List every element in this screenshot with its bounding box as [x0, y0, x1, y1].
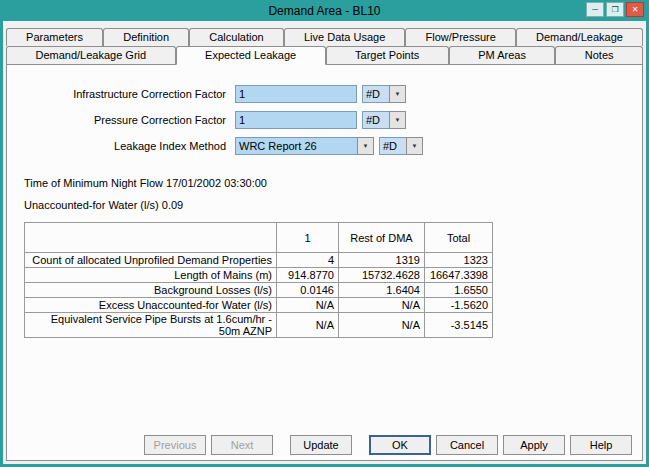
infrastructure-correction-row: Infrastructure Correction Factor #D ▼	[7, 85, 642, 103]
row-label: Length of Mains (m)	[25, 268, 277, 283]
cell-value: 16647.3398	[425, 268, 493, 283]
tab-definition[interactable]: Definition	[103, 28, 189, 46]
cell-value: 1319	[339, 253, 425, 268]
night-flow-label: Time of Minimum Night Flow	[24, 177, 163, 189]
column-header-total: Total	[425, 223, 493, 253]
cell-value: N/A	[339, 298, 425, 313]
close-icon: ✕	[632, 5, 639, 14]
chevron-down-icon[interactable]: ▼	[357, 137, 374, 155]
leakage-index-method-row: Leakage Index Method WRC Report 26 ▼ #D …	[7, 137, 642, 155]
update-button[interactable]: Update	[290, 435, 352, 455]
unaccounted-water-line: Unaccounted-for Water (l/s) 0.09	[24, 199, 642, 212]
dialog-window: Demand Area - BL10 ─ ❒ ✕ Parameters Defi…	[0, 0, 649, 467]
row-label: Excess Unaccounted-for Water (l/s)	[25, 298, 277, 313]
cell-value: 914.8770	[277, 268, 339, 283]
cell-value: 15732.4628	[339, 268, 425, 283]
tab-row-2: Demand/Leakage Grid Expected Leakage Tar…	[6, 46, 643, 64]
row-label: Count of allocated Unprofiled Demand Pro…	[25, 253, 277, 268]
pressure-flag-combo[interactable]: #D ▼	[362, 111, 406, 129]
tab-pm-areas[interactable]: PM Areas	[449, 46, 556, 64]
pressure-correction-input[interactable]	[235, 111, 357, 129]
titlebar[interactable]: Demand Area - BL10 ─ ❒ ✕	[3, 0, 646, 21]
unaccounted-water-label: Unaccounted-for Water (l/s)	[24, 199, 159, 211]
column-header-rest-of-dma: Rest of DMA	[339, 223, 425, 253]
cell-value: 0.0146	[277, 283, 339, 298]
window-title: Demand Area - BL10	[3, 4, 646, 18]
column-header-blank	[25, 223, 277, 253]
cancel-button[interactable]: Cancel	[436, 435, 498, 455]
tab-strip: Parameters Definition Calculation Live D…	[3, 21, 646, 64]
unaccounted-water-value: 0.09	[162, 199, 183, 211]
night-flow-line: Time of Minimum Night Flow 17/01/2002 03…	[24, 177, 642, 190]
tab-expected-leakage[interactable]: Expected Leakage	[176, 46, 326, 65]
chevron-down-icon[interactable]: ▼	[389, 111, 406, 129]
pressure-flag-value: #D	[362, 111, 389, 129]
info-block: Time of Minimum Night Flow 17/01/2002 03…	[7, 177, 642, 212]
tab-calculation[interactable]: Calculation	[189, 28, 284, 46]
table-row: Equivalent Service Pipe Bursts at 1.6cum…	[25, 313, 493, 338]
cell-value: 1.6404	[339, 283, 425, 298]
pressure-correction-label: Pressure Correction Factor	[7, 114, 235, 126]
table-row: Length of Mains (m) 914.8770 15732.4628 …	[25, 268, 493, 283]
minimize-icon: ─	[592, 5, 598, 14]
tab-notes[interactable]: Notes	[555, 46, 643, 64]
tab-demand-leakage[interactable]: Demand/Leakage	[516, 28, 643, 46]
close-button[interactable]: ✕	[626, 2, 644, 17]
table-row: Background Losses (l/s) 0.0146 1.6404 1.…	[25, 283, 493, 298]
chevron-down-icon[interactable]: ▼	[406, 137, 423, 155]
leakage-index-flag-value: #D	[379, 137, 406, 155]
chevron-down-icon[interactable]: ▼	[389, 85, 406, 103]
cell-value: -3.5145	[425, 313, 493, 338]
column-header-1: 1	[277, 223, 339, 253]
row-label: Background Losses (l/s)	[25, 283, 277, 298]
row-label: Equivalent Service Pipe Bursts at 1.6cum…	[25, 313, 277, 338]
infrastructure-correction-label: Infrastructure Correction Factor	[7, 88, 235, 100]
leakage-results-table: 1 Rest of DMA Total Count of allocated U…	[24, 222, 493, 338]
tab-target-points[interactable]: Target Points	[326, 46, 449, 64]
next-button: Next	[211, 435, 273, 455]
tab-parameters[interactable]: Parameters	[6, 28, 103, 46]
leakage-index-flag-combo[interactable]: #D ▼	[379, 137, 423, 155]
apply-button[interactable]: Apply	[503, 435, 565, 455]
window-controls: ─ ❒ ✕	[586, 2, 644, 17]
leakage-index-method-combo[interactable]: WRC Report 26 ▼	[235, 137, 374, 155]
infrastructure-flag-value: #D	[362, 85, 389, 103]
ok-button[interactable]: OK	[369, 435, 431, 455]
maximize-icon: ❒	[611, 5, 618, 14]
tab-demand-leakage-grid[interactable]: Demand/Leakage Grid	[6, 46, 176, 64]
leakage-index-method-label: Leakage Index Method	[7, 140, 235, 152]
night-flow-value: 17/01/2002 03:30:00	[166, 177, 267, 189]
cell-value: 4	[277, 253, 339, 268]
infrastructure-correction-input[interactable]	[235, 85, 357, 103]
button-row: Previous Next Update OK Cancel Apply Hel…	[7, 435, 642, 455]
cell-value: 1.6550	[425, 283, 493, 298]
tab-row-1: Parameters Definition Calculation Live D…	[6, 28, 643, 46]
pressure-correction-row: Pressure Correction Factor #D ▼	[7, 111, 642, 129]
table-row: Excess Unaccounted-for Water (l/s) N/A N…	[25, 298, 493, 313]
cell-value: N/A	[277, 313, 339, 338]
tab-flow-pressure[interactable]: Flow/Pressure	[405, 28, 516, 46]
cell-value: -1.5620	[425, 298, 493, 313]
cell-value: N/A	[277, 298, 339, 313]
minimize-button[interactable]: ─	[586, 2, 604, 17]
cell-value: N/A	[339, 313, 425, 338]
infrastructure-flag-combo[interactable]: #D ▼	[362, 85, 406, 103]
tab-live-data-usage[interactable]: Live Data Usage	[284, 28, 406, 46]
correction-form: Infrastructure Correction Factor #D ▼ Pr…	[7, 85, 642, 155]
leakage-index-method-value: WRC Report 26	[235, 137, 357, 155]
expected-leakage-panel: Infrastructure Correction Factor #D ▼ Pr…	[6, 64, 643, 461]
maximize-button[interactable]: ❒	[606, 2, 624, 17]
help-button[interactable]: Help	[570, 435, 632, 455]
previous-button: Previous	[144, 435, 206, 455]
table-row: Count of allocated Unprofiled Demand Pro…	[25, 253, 493, 268]
cell-value: 1323	[425, 253, 493, 268]
table-header-row: 1 Rest of DMA Total	[25, 223, 493, 253]
